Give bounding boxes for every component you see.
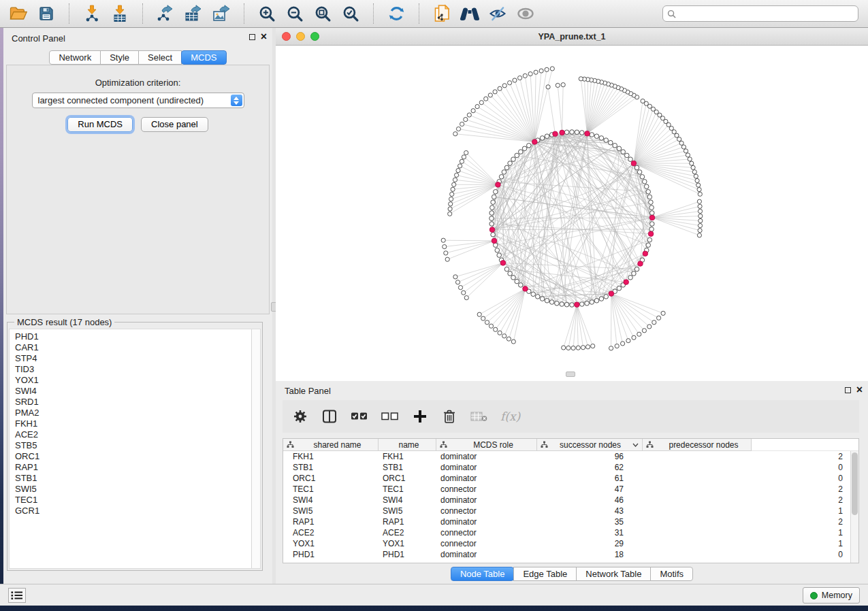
graph-leaf-node[interactable]: [443, 245, 447, 249]
graph-node[interactable]: [632, 271, 637, 276]
table-cell[interactable]: dominator: [436, 517, 537, 527]
table-cell[interactable]: dominator: [436, 452, 537, 461]
graph-leaf-node[interactable]: [456, 127, 460, 131]
graph-leaf-node[interactable]: [581, 346, 585, 350]
graph-leaf-node[interactable]: [523, 73, 527, 78]
table-cell[interactable]: ACE2: [379, 528, 436, 538]
table-cell[interactable]: TEC1: [379, 484, 436, 494]
graph-node[interactable]: [575, 130, 579, 135]
graph-node[interactable]: [540, 136, 545, 141]
graph-mcds-node[interactable]: [575, 302, 580, 308]
graph-leaf-node[interactable]: [493, 90, 497, 94]
graph-mcds-node[interactable]: [648, 231, 654, 237]
table-cell[interactable]: dominator: [436, 474, 537, 483]
table-cell[interactable]: SWI4: [379, 495, 436, 505]
close-panel-button[interactable]: Close panel: [141, 117, 208, 132]
graph-leaf-node[interactable]: [546, 85, 550, 89]
mcds-result-item[interactable]: GCR1: [15, 506, 260, 516]
graph-leaf-node[interactable]: [679, 141, 684, 145]
graph-node[interactable]: [590, 300, 594, 305]
tab-edge-table[interactable]: Edge Table: [513, 567, 577, 581]
graph-leaf-node[interactable]: [698, 204, 702, 208]
column-header-mcds-role[interactable]: MCDS role: [436, 439, 537, 451]
zoom-in-icon[interactable]: [255, 2, 278, 25]
graph-mcds-node[interactable]: [631, 161, 637, 166]
table-cell[interactable]: dominator: [436, 495, 537, 505]
table-cell[interactable]: STB1: [379, 463, 436, 472]
graph-leaf-node[interactable]: [453, 132, 457, 136]
graph-node[interactable]: [570, 130, 575, 135]
graph-leaf-node[interactable]: [450, 192, 454, 196]
graph-leaf-node[interactable]: [460, 122, 464, 126]
graph-leaf-node[interactable]: [609, 346, 613, 350]
delete-column-icon[interactable]: [441, 408, 457, 425]
table-cell[interactable]: 0: [643, 550, 851, 559]
refresh-icon[interactable]: [385, 2, 408, 25]
graph-leaf-node[interactable]: [513, 78, 517, 82]
graph-mcds-node[interactable]: [553, 131, 558, 137]
table-cell[interactable]: PHD1: [283, 550, 379, 559]
table-cell[interactable]: 47: [537, 484, 643, 494]
graph-leaf-node[interactable]: [441, 238, 445, 242]
graph-node[interactable]: [650, 211, 655, 216]
close-table-panel-icon[interactable]: ×: [856, 386, 863, 394]
tab-style[interactable]: Style: [100, 50, 139, 65]
graph-leaf-node[interactable]: [475, 105, 479, 109]
graph-mcds-node[interactable]: [523, 286, 528, 292]
mcds-result-item[interactable]: TEC1: [15, 495, 260, 506]
graph-mcds-node[interactable]: [500, 261, 506, 266]
table-cell[interactable]: 2: [643, 495, 851, 505]
table-cell[interactable]: 0: [643, 474, 851, 483]
graph-leaf-node[interactable]: [690, 161, 694, 165]
graph-leaf-node[interactable]: [641, 99, 645, 103]
graph-leaf-node[interactable]: [672, 130, 676, 134]
graph-leaf-node[interactable]: [545, 67, 549, 71]
table-cell[interactable]: 43: [537, 506, 643, 516]
column-header-name[interactable]: name: [379, 439, 436, 451]
panel-mode-icon[interactable]: [321, 408, 338, 425]
graph-node[interactable]: [580, 131, 585, 135]
table-cell[interactable]: 2: [643, 484, 851, 494]
column-header-predecessor-nodes[interactable]: predecessor nodes: [643, 439, 752, 451]
graph-node[interactable]: [585, 301, 590, 306]
graph-leaf-node[interactable]: [464, 296, 468, 300]
graph-leaf-node[interactable]: [632, 335, 636, 340]
table-cell[interactable]: 35: [537, 517, 643, 527]
graph-leaf-node[interactable]: [448, 212, 452, 216]
column-settings-gear-icon[interactable]: [292, 408, 308, 425]
graph-node[interactable]: [599, 297, 604, 301]
function-builder-icon[interactable]: f(x): [500, 408, 520, 425]
graph-node[interactable]: [634, 165, 639, 170]
search-input[interactable]: [679, 7, 858, 20]
table-cell[interactable]: 31: [537, 528, 643, 538]
memory-button[interactable]: Memory: [803, 587, 860, 604]
graph-leaf-node[interactable]: [697, 199, 701, 203]
graph-mcds-node[interactable]: [489, 227, 495, 233]
optimization-criterion-select[interactable]: largest connected component (undirected): [32, 93, 244, 108]
graph-node[interactable]: [628, 276, 633, 280]
graph-node[interactable]: [625, 153, 630, 158]
graph-leaf-node[interactable]: [698, 214, 703, 218]
table-cell[interactable]: 2: [643, 517, 851, 527]
table-cell[interactable]: 62: [537, 463, 643, 472]
graph-leaf-node[interactable]: [688, 157, 692, 161]
graph-leaf-node[interactable]: [464, 150, 468, 154]
graph-node[interactable]: [649, 205, 654, 210]
graph-node[interactable]: [511, 157, 516, 162]
graph-node[interactable]: [491, 233, 496, 237]
hide-selected-icon[interactable]: [486, 2, 509, 25]
graph-leaf-node[interactable]: [453, 178, 457, 182]
graph-leaf-node[interactable]: [494, 327, 498, 331]
graph-leaf-node[interactable]: [626, 339, 630, 343]
graph-leaf-node[interactable]: [661, 311, 665, 315]
graph-mcds-node[interactable]: [609, 291, 614, 297]
graph-leaf-node[interactable]: [489, 324, 493, 328]
graph-leaf-node[interactable]: [498, 331, 502, 335]
graph-leaf-node[interactable]: [471, 109, 475, 113]
graph-leaf-node[interactable]: [642, 329, 646, 333]
graph-leaf-node[interactable]: [464, 118, 468, 122]
graph-node[interactable]: [511, 276, 516, 280]
zoom-fit-icon[interactable]: [311, 2, 334, 25]
manage-networks-icon[interactable]: [458, 2, 481, 25]
graph-node[interactable]: [492, 195, 496, 199]
